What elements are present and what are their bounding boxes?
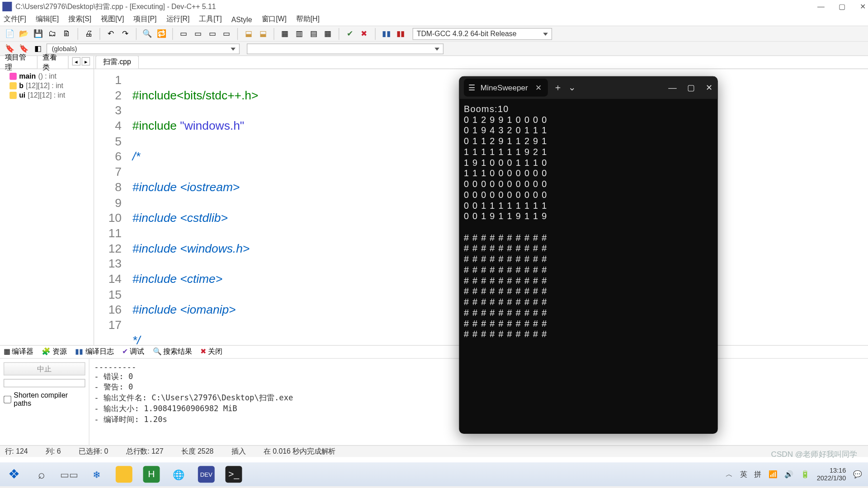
clock[interactable]: 13:16 2022/1/30 (817, 467, 846, 482)
menu-file[interactable]: 文件[F] (4, 14, 26, 24)
cancel-icon[interactable]: ✖ (359, 28, 370, 39)
compiler-select[interactable]: TDM-GCC 4.9.2 64-bit Release (413, 28, 552, 39)
notifications-icon[interactable]: 💬 (853, 470, 862, 478)
grid1-icon[interactable]: ▦ (279, 28, 291, 39)
console-output: Booms:10 0 1 2 9 9 1 0 0 0 0 0 1 9 4 3 2… (459, 99, 717, 434)
window-title: C:\Users\27976\Desktop\扫雷.cpp - [Executi… (15, 1, 216, 11)
check-icon[interactable]: ✔ (344, 28, 356, 39)
undo-icon[interactable]: ↶ (105, 28, 117, 39)
redo-icon[interactable]: ↷ (119, 28, 131, 39)
variable-icon (9, 82, 17, 89)
status-line: 行: 124 (5, 446, 28, 456)
console-minimize-button[interactable]: — (668, 83, 676, 92)
file-tab[interactable]: 扫雷.cpp (95, 56, 139, 69)
chart2-icon[interactable]: ▮▮ (395, 28, 406, 39)
print-icon[interactable]: 🖨 (83, 28, 94, 39)
close-button[interactable]: ✕ (860, 2, 866, 10)
devcpp-icon[interactable]: DEV (198, 466, 215, 483)
menu-tools[interactable]: 工具[T] (199, 14, 222, 24)
rebuild-icon[interactable]: ▭ (221, 28, 232, 39)
search-icon[interactable]: ⌕ (33, 466, 50, 483)
battery-icon[interactable]: 🔋 (801, 470, 810, 478)
tree-item-b[interactable]: b[12][12] : int (9, 81, 90, 90)
tree-item-ui[interactable]: ui[12][12] : int (9, 90, 90, 100)
status-len: 长度 2528 (181, 446, 213, 456)
console-app-icon: ☰ (468, 83, 476, 92)
taskview-icon[interactable]: ▭▭ (61, 466, 78, 483)
snowflake-icon[interactable]: ❄ (88, 466, 105, 483)
console-new-tab-icon[interactable]: ＋ (553, 82, 562, 93)
tree-item-main[interactable]: main() : int (9, 71, 90, 81)
line-gutter: 123 456 789 101112 131415 1617 (94, 69, 127, 345)
menu-view[interactable]: 视图[V] (101, 14, 124, 24)
function-icon (9, 73, 17, 80)
nav-next-icon[interactable]: ▸ (82, 57, 90, 66)
compile-run-icon[interactable]: ▭ (206, 28, 218, 39)
windows-taskbar: ❖ ⌕ ▭▭ ❄ H 🌐 DEV >_ ︿ 英 拼 📶 🔊 🔋 13:16 20… (0, 462, 868, 486)
abort-button[interactable]: 中止 (4, 362, 85, 375)
nav-prev-icon[interactable]: ◂ (72, 57, 80, 66)
menu-run[interactable]: 运行[R] (166, 14, 190, 24)
ime-lang1[interactable]: 英 (740, 469, 747, 479)
scope-select[interactable]: (globals) (47, 43, 240, 54)
tab-resources[interactable]: 🧩资源 (42, 347, 66, 357)
save-icon[interactable]: 💾 (32, 28, 44, 39)
console-tab[interactable]: ☰ MineSweeper ✕ (464, 79, 547, 97)
run-icon[interactable]: ▭ (192, 28, 204, 39)
minimize-button[interactable]: — (817, 2, 825, 10)
wifi-icon[interactable]: 📶 (769, 470, 778, 478)
console-tab-close-icon[interactable]: ✕ (535, 83, 542, 92)
menu-window[interactable]: 窗口[W] (262, 14, 287, 24)
tray-chevron-icon[interactable]: ︿ (726, 469, 733, 479)
new-file-icon[interactable]: 📄 (4, 28, 15, 39)
grid4-icon[interactable]: ▦ (322, 28, 334, 39)
app-icon (2, 2, 12, 11)
window-titlebar: C:\Users\27976\Desktop\扫雷.cpp - [Executi… (0, 0, 868, 13)
menu-astyle[interactable]: AStyle (231, 15, 252, 23)
tab-search-results[interactable]: 🔍搜索结果 (153, 347, 192, 357)
shorten-paths-checkbox[interactable]: Shorten compiler paths (4, 391, 85, 408)
menu-project[interactable]: 项目[P] (133, 14, 156, 24)
symbol-select[interactable] (247, 43, 443, 54)
debug-icon[interactable]: ⬓ (243, 28, 255, 39)
class-tree: main() : int b[12][12] : int ui[12][12] … (0, 69, 94, 103)
start-icon[interactable]: ❖ (6, 466, 23, 483)
replace-icon[interactable]: 🔁 (156, 28, 167, 39)
variable-icon (9, 92, 17, 99)
tab-classview[interactable]: 查看类 (38, 56, 68, 69)
console-tab-dropdown-icon[interactable]: ⌄ (568, 82, 576, 93)
tab-project[interactable]: 项目管理 (0, 56, 38, 69)
stop-debug-icon[interactable]: ⬓ (257, 28, 269, 39)
chart1-icon[interactable]: ▮▮ (380, 28, 392, 39)
menu-search[interactable]: 搜索[S] (68, 14, 91, 24)
find-icon[interactable]: 🔍 (142, 28, 153, 39)
maximize-button[interactable]: ▢ (839, 2, 845, 10)
compile-icon[interactable]: ▭ (178, 28, 189, 39)
tab-close[interactable]: ✖关闭 (200, 347, 222, 357)
progress-bar (4, 379, 85, 387)
console-maximize-button[interactable]: ▢ (687, 83, 695, 92)
terminal-icon[interactable]: >_ (225, 466, 242, 483)
console-titlebar[interactable]: ☰ MineSweeper ✕ ＋ ⌄ — ▢ ✕ (459, 76, 717, 99)
status-parse: 在 0.016 秒内完成解析 (264, 446, 335, 456)
status-total: 总行数: 127 (126, 446, 164, 456)
console-window[interactable]: ☰ MineSweeper ✕ ＋ ⌄ — ▢ ✕ Booms:10 0 1 2… (459, 76, 717, 434)
volume-icon[interactable]: 🔊 (784, 470, 793, 478)
app-green-icon[interactable]: H (143, 466, 160, 483)
ime-lang2[interactable]: 拼 (754, 469, 761, 479)
chrome-icon[interactable]: 🌐 (170, 466, 187, 483)
open-file-icon[interactable]: 📂 (18, 28, 30, 39)
tab-compiler[interactable]: ▦编译器 (4, 347, 33, 357)
grid3-icon[interactable]: ▤ (307, 28, 319, 39)
menu-edit[interactable]: 编辑[E] (36, 14, 59, 24)
menu-help[interactable]: 帮助[H] (296, 14, 320, 24)
tab-debug[interactable]: ✔调试 (122, 347, 144, 357)
secondary-toolbar: 🔖 🔖 ◧ (globals) (0, 42, 868, 56)
status-ins: 插入 (231, 446, 246, 456)
explorer-icon[interactable] (116, 466, 132, 483)
console-close-button[interactable]: ✕ (706, 83, 713, 92)
tab-compile-log[interactable]: ▮▮编译日志 (75, 347, 114, 357)
grid2-icon[interactable]: ▥ (293, 28, 305, 39)
save-all-icon[interactable]: 🗂 (47, 28, 58, 39)
close-file-icon[interactable]: 🗎 (61, 28, 73, 39)
